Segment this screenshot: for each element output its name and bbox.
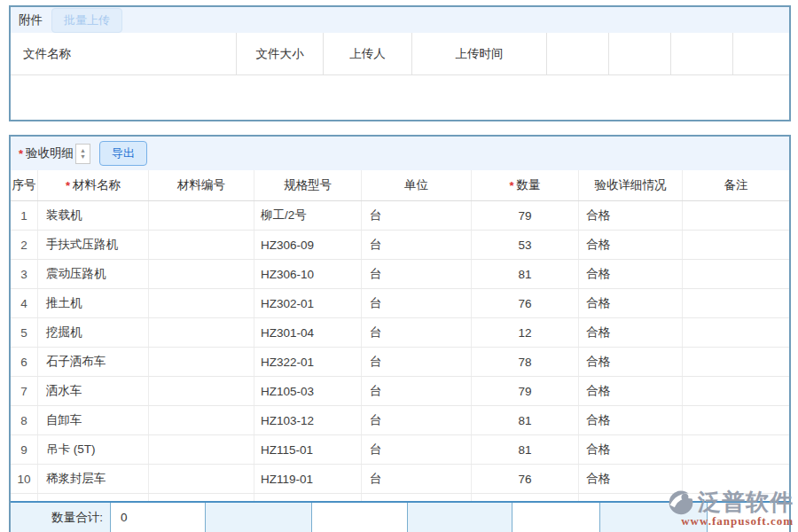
cell-seq: 7 — [11, 377, 38, 405]
cell-qty: 76 — [472, 465, 579, 493]
cell-material-name: 震动压路机 — [38, 260, 149, 288]
total-quantity-label: 数量合计: — [11, 503, 111, 532]
cell-seq: 2 — [11, 231, 38, 259]
cell-qty: 81 — [472, 260, 579, 288]
cell-seq: 9 — [11, 435, 38, 464]
cell-result: 合格 — [579, 260, 683, 288]
attachments-col-uploadtime: 上传时间 — [412, 33, 547, 74]
table-row[interactable]: 3 震动压路机 HZ306-10 台 81 合格 — [11, 260, 789, 289]
cell-qty: 78 — [472, 348, 579, 376]
cell-remark — [683, 260, 789, 288]
required-mark: * — [509, 179, 513, 192]
cell-spec: HZ115-01 — [254, 435, 362, 464]
cell-seq: 1 — [11, 201, 38, 230]
attachments-empty-body — [11, 75, 789, 121]
cell-spec: HZ322-01 — [254, 348, 362, 376]
cell-qty: 12 — [472, 318, 579, 347]
cell-remark — [683, 201, 789, 230]
cell-spec: HZ105-03 — [254, 377, 362, 405]
cell-material-code — [149, 260, 254, 288]
table-row[interactable]: 4 推土机 HZ302-01 台 76 合格 — [11, 289, 789, 318]
acceptance-table-header: 序号 *材料名称 材料编号 规格型号 单位 *数量 验收详细情况 备注 — [11, 170, 789, 201]
cell-unit: 台 — [362, 201, 472, 230]
col-seq: 序号 — [11, 170, 38, 200]
cell-unit: 台 — [362, 406, 472, 434]
total-quantity-value[interactable]: 0 — [111, 503, 206, 532]
cell-seq: 3 — [11, 260, 38, 288]
cell-material-name: 吊卡 (5T) — [38, 435, 149, 464]
totals-spacer-cell — [600, 503, 708, 532]
export-button[interactable]: 导出 — [99, 141, 147, 166]
cell-result: 合格 — [579, 318, 683, 347]
attachments-table-header: 文件名称 文件大小 上传人 上传时间 — [11, 33, 789, 75]
cell-result: 合格 — [579, 465, 683, 493]
table-row[interactable]: 7 洒水车 HZ105-03 台 79 合格 — [11, 377, 789, 406]
col-result: 验收详细情况 — [579, 170, 683, 200]
cell-qty: 81 — [472, 406, 579, 434]
required-mark: * — [19, 147, 23, 160]
acceptance-title: 验收明细 — [26, 145, 74, 161]
table-row[interactable]: 9 吊卡 (5T) HZ115-01 台 81 合格 — [11, 435, 789, 465]
batch-upload-button[interactable]: 批量上传 — [51, 8, 122, 33]
cell-seq: 4 — [11, 289, 38, 317]
cell-result: 合格 — [579, 201, 683, 230]
table-row[interactable]: 6 石子洒布车 HZ322-01 台 78 合格 — [11, 348, 789, 377]
cell-material-name: 推土机 — [38, 289, 149, 317]
cell-remark — [683, 318, 789, 347]
cell-material-name: 挖掘机 — [38, 318, 149, 347]
cell-remark — [683, 377, 789, 405]
attachments-col-empty-2 — [609, 33, 671, 74]
cell-material-code — [149, 289, 254, 317]
cell-material-code — [149, 377, 254, 405]
cell-material-name: 洒水车 — [38, 377, 149, 405]
cell-spec: HZ306-10 — [254, 260, 362, 288]
cell-qty: 79 — [472, 377, 579, 405]
cell-material-code — [149, 231, 254, 259]
cell-unit: 台 — [362, 348, 472, 376]
table-row[interactable]: 2 手扶式压路机 HZ306-09 台 53 合格 — [11, 231, 789, 260]
cell-material-name: 手扶式压路机 — [38, 231, 149, 259]
stepper-down-icon[interactable]: ▼ — [80, 153, 86, 160]
table-row[interactable]: 5 挖掘机 HZ301-04 台 12 合格 — [11, 318, 789, 348]
cell-result: 合格 — [579, 348, 683, 376]
cell-unit: 台 — [362, 377, 472, 405]
row-count-stepper[interactable]: ▲▼ — [75, 144, 90, 164]
table-row[interactable]: 10 稀浆封层车 HZ119-01 台 76 合格 — [11, 465, 789, 494]
cell-material-code — [149, 435, 254, 464]
table-row[interactable]: 1 装载机 柳工/2号 台 79 合格 — [11, 201, 789, 231]
cell-spec: HZ103-12 — [254, 406, 362, 434]
attachments-col-filesize: 文件大小 — [237, 33, 324, 74]
col-unit: 单位 — [362, 170, 472, 200]
cell-remark — [683, 231, 789, 259]
table-row[interactable]: 8 自卸车 HZ103-12 台 81 合格 — [11, 406, 789, 435]
attachments-col-uploader: 上传人 — [324, 33, 412, 74]
col-remark: 备注 — [683, 170, 789, 200]
cell-seq: 6 — [11, 348, 38, 376]
cell-result: 合格 — [579, 231, 683, 259]
cell-unit: 台 — [362, 260, 472, 288]
cell-material-code — [149, 348, 254, 376]
acceptance-panel: * 验收明细 ▲▼ 导出 序号 *材料名称 材料编号 规格型号 单位 *数量 验… — [9, 135, 791, 532]
cell-result: 合格 — [579, 435, 683, 464]
cell-spec: HZ301-04 — [254, 318, 362, 347]
cell-qty: 79 — [472, 201, 579, 230]
attachments-col-empty-3 — [671, 33, 733, 74]
cell-spec: HZ306-09 — [254, 231, 362, 259]
cell-material-name: 装载机 — [38, 201, 149, 230]
col-material-name: *材料名称 — [38, 170, 149, 200]
cell-material-name: 自卸车 — [38, 406, 149, 434]
totals-spacer-cell — [708, 503, 789, 532]
stepper-up-icon[interactable]: ▲ — [80, 147, 86, 153]
cell-material-code — [149, 201, 254, 230]
attachments-col-empty-4 — [733, 33, 789, 74]
cell-remark — [683, 435, 789, 464]
cell-unit: 台 — [362, 435, 472, 464]
col-spec: 规格型号 — [254, 170, 362, 200]
cell-qty: 53 — [472, 231, 579, 259]
cell-material-code — [149, 318, 254, 347]
cell-unit: 台 — [362, 465, 472, 493]
cell-material-name: 稀浆封层车 — [38, 465, 149, 493]
cell-unit: 台 — [362, 231, 472, 259]
acceptance-panel-header: * 验收明细 ▲▼ 导出 — [11, 137, 789, 170]
cell-seq: 8 — [11, 406, 38, 434]
